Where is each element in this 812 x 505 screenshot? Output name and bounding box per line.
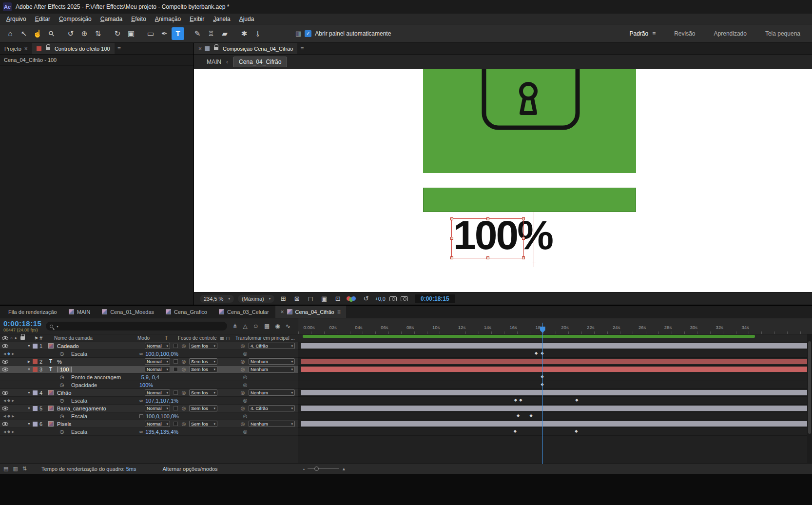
add-keyframe-icon[interactable]: ◆ — [7, 398, 10, 403]
lock-icon[interactable] — [214, 47, 218, 50]
track-matte-pickwhip-icon[interactable]: ◎ — [180, 421, 187, 427]
parent-select[interactable]: Nenhum▾ — [249, 366, 295, 372]
workspace-revisao[interactable]: Revisão — [666, 28, 703, 39]
menu-ajuda[interactable]: Ajuda — [235, 16, 259, 22]
property-pickwhip-icon[interactable]: ◎ — [242, 351, 249, 356]
keyframe-icon[interactable]: ◆ — [575, 398, 578, 402]
current-time-indicator[interactable] — [542, 323, 543, 464]
track-area[interactable]: ◆ — [298, 373, 812, 381]
parent-select[interactable]: Nenhum▾ — [249, 389, 295, 396]
mode-select[interactable]: Normal▾ — [145, 389, 170, 396]
track-area[interactable]: ◆◆ — [298, 350, 812, 358]
current-time-block[interactable]: 0:00:18:15 00447 (24.00 fps) — [3, 320, 41, 333]
rectangle-tool[interactable]: ▭ — [144, 27, 157, 40]
draft-3d-icon[interactable]: △ — [243, 323, 247, 330]
shy-layers-icon[interactable]: ☺ — [253, 323, 259, 330]
track-matte-select[interactable]: Sem fos▾ — [189, 405, 217, 411]
expand-toggle-icon[interactable]: ▼ — [25, 391, 33, 394]
property-name[interactable]: Opacidade — [71, 382, 139, 388]
property-value[interactable]: 100,0,100,0% — [146, 413, 179, 419]
menu-editar[interactable]: Editar — [31, 16, 55, 22]
zoom-tool[interactable]: ⚲ — [45, 27, 58, 40]
keyframe-icon[interactable]: ◆ — [519, 398, 522, 402]
expand-toggle-icon[interactable]: ▼ — [25, 344, 33, 348]
label-color-chip[interactable] — [33, 422, 38, 427]
property-name[interactable]: Ponto de ancoragem — [71, 374, 139, 380]
time-ruler[interactable]: 0:00s02s04s06s08s10s12s14s16s18s20s22s24… — [298, 318, 812, 334]
scrollbar-thumb[interactable] — [808, 341, 811, 434]
breadcrumb-main[interactable]: MAIN — [207, 58, 221, 65]
track-area[interactable]: ◆◆ — [298, 428, 812, 436]
timeline-tab-cena-03-celular[interactable]: Cena_03_Celular — [213, 306, 274, 318]
timeline-tab-cena-grafico[interactable]: Cena_Grafico — [160, 306, 213, 318]
track-matte-pickwhip-icon[interactable]: ◎ — [180, 359, 187, 364]
visibility-eye-icon[interactable] — [2, 360, 8, 364]
exposure-value[interactable]: +0,0 — [375, 296, 386, 302]
timeline-zoom-slider[interactable] — [308, 468, 339, 469]
property-name[interactable]: Escala — [71, 351, 139, 357]
channels-button[interactable] — [347, 295, 357, 302]
next-keyframe-icon[interactable]: ▶ — [12, 430, 14, 434]
home-tool[interactable]: ⌂ — [4, 27, 17, 40]
layer-row-pixels[interactable]: ▼6PixelsNormal▾◎Sem fos▾◎Nenhum▾ — [0, 420, 812, 428]
mode-select[interactable]: Normal▾ — [145, 366, 170, 372]
layer-duration-bar[interactable] — [301, 359, 812, 364]
brush-tool[interactable]: ✎ — [191, 27, 204, 40]
track-matte-column-header[interactable]: Fosco de controle — [178, 335, 220, 341]
mode-select[interactable]: Normal▾ — [145, 405, 170, 411]
layer-row--[interactable]: ▶2T%Normal▾◎Sem fos▾◎Nenhum▾ — [0, 358, 812, 366]
keyframe-icon[interactable]: ◆ — [535, 351, 538, 355]
layer-duration-bar[interactable] — [301, 406, 812, 411]
pan-camera-tool[interactable]: ⊕ — [78, 27, 91, 40]
layer-row-100[interactable]: ▼3T100Normal▾◎Sem fos▾◎Nenhum▾ — [0, 366, 812, 373]
track-area[interactable] — [298, 420, 812, 428]
preserve-transparency-switch[interactable] — [174, 422, 178, 426]
selection-handle[interactable] — [522, 256, 525, 259]
panel-menu-icon[interactable]: ≡ — [117, 45, 121, 52]
constrain-link-icon[interactable]: ∞ — [139, 429, 143, 434]
stopwatch-icon[interactable]: ◷ — [58, 429, 65, 434]
selection-handle[interactable] — [450, 256, 453, 259]
prev-keyframe-icon[interactable]: ◀ — [3, 399, 6, 403]
property-pickwhip-icon[interactable]: ◎ — [242, 413, 249, 419]
tab-projeto[interactable]: Projeto × — [0, 43, 32, 54]
layer-row-barra-carregamento[interactable]: ▼5Barra_carregamentoNormal▾◎Sem fos▾◎4. … — [0, 405, 812, 412]
property-name[interactable]: Escala — [71, 413, 139, 419]
menu-composicao[interactable]: Composição — [55, 16, 96, 22]
property-value[interactable]: 100,0,100,0% — [145, 351, 178, 357]
property-name[interactable]: Escala — [71, 429, 139, 435]
layer-name[interactable]: Pixels — [56, 421, 143, 427]
selection-handle[interactable] — [450, 237, 453, 240]
menu-animacao[interactable]: Animação — [151, 16, 185, 22]
reset-exposure-button[interactable]: ↺ — [361, 294, 371, 303]
track-matte-pickwhip-icon[interactable]: ◎ — [180, 406, 187, 411]
toggle-switches-icon[interactable]: ▤ — [3, 466, 8, 472]
selection-handle[interactable] — [522, 237, 525, 240]
zoom-out-timeline-icon[interactable]: ▴ — [303, 467, 305, 470]
frame-blend-global-icon[interactable]: ▥ — [13, 466, 18, 472]
property-row-escala[interactable]: ◀◆▶◷Escala100,0,100,0%◎◆◆ — [0, 412, 812, 420]
layer-duration-bar[interactable] — [301, 390, 812, 395]
label-color-chip[interactable] — [33, 406, 38, 411]
close-tab-icon[interactable]: × — [198, 45, 202, 52]
layer-row-cadeado[interactable]: ▼1CadeadoNormal▾◎Sem fos▾◎4. Cifrão▾ — [0, 342, 812, 350]
frame-blending-icon[interactable]: ▩ — [264, 323, 270, 330]
preserve-transparency-switch[interactable] — [174, 367, 178, 371]
layer-name[interactable]: 100 — [56, 367, 143, 372]
prev-keyframe-icon[interactable]: ◀ — [3, 352, 6, 356]
track-matte-select[interactable]: Sem fos▾ — [189, 358, 217, 365]
track-matte-select[interactable]: Sem fos▾ — [189, 366, 217, 372]
close-tab-icon[interactable]: × — [281, 309, 284, 315]
clone-stamp-tool[interactable]: ♖ — [205, 27, 217, 40]
property-row-escala[interactable]: ◀◆▶◷Escala∞107,1,107,1%◎◆◆◆ — [0, 397, 812, 405]
property-value[interactable]: 107,1,107,1% — [145, 398, 178, 404]
puppet-pin-tool[interactable]: ⊸ — [251, 27, 264, 40]
track-area[interactable] — [298, 389, 812, 397]
timeline-vertical-scrollbar[interactable] — [807, 334, 812, 463]
parent-link-column-header[interactable]: Transformar em principal ... — [235, 335, 298, 341]
selection-handle[interactable] — [486, 217, 489, 220]
grid-guides-button[interactable]: ⊞ — [278, 294, 288, 303]
track-area[interactable]: ◆ — [298, 381, 812, 389]
transparency-grid-button[interactable]: ⊠ — [292, 294, 302, 303]
composition-viewport[interactable]: 100% — [194, 69, 812, 292]
